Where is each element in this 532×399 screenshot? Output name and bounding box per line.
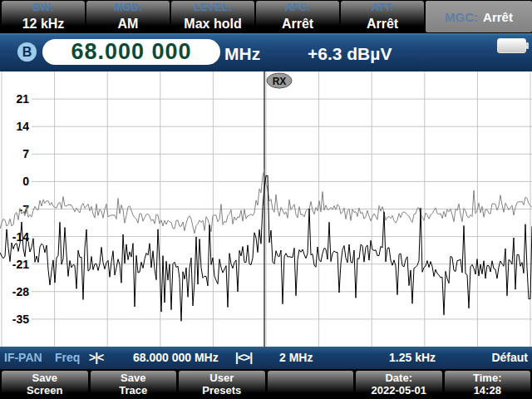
user-presets-button[interactable]: User Presets bbox=[179, 371, 265, 397]
date-button[interactable]: Date: 2022-05-01 bbox=[356, 371, 442, 397]
level-readout: +6.3 dBµV bbox=[308, 44, 392, 64]
setting-label: AFC: bbox=[284, 2, 310, 13]
setting-value: Max hold bbox=[184, 17, 241, 31]
setting-value: Arrêt bbox=[367, 17, 398, 31]
center-freq-value[interactable]: 68.000 000 MHz bbox=[133, 351, 219, 364]
empty-softkey[interactable] bbox=[268, 371, 354, 397]
frequency-input[interactable]: 68.000 000 bbox=[42, 39, 220, 65]
save-screen-button[interactable]: Save Screen bbox=[2, 371, 88, 397]
freq-menu-label[interactable]: Freq bbox=[55, 351, 80, 364]
setting-afc[interactable]: AFC: Arrêt bbox=[256, 1, 339, 32]
span-icon: |<>| bbox=[235, 351, 252, 364]
softkey-line: Presets bbox=[202, 384, 241, 397]
y-axis-label: -28 bbox=[12, 285, 29, 298]
ifpan-status-bar: IF-PAN Freq >|< 68.000 000 MHz |<>| 2 MH… bbox=[0, 347, 532, 369]
setting-label: ATT: bbox=[371, 2, 393, 13]
setting-value: 12 kHz bbox=[22, 17, 65, 31]
softkey-bar: Save Screen Save Trace User Presets Date… bbox=[0, 369, 532, 399]
frequency-unit: MHz bbox=[224, 44, 260, 64]
softkey-line: Trace bbox=[119, 384, 147, 397]
spectrum-plot[interactable]: 211470-7-14-21-28-35RX bbox=[0, 71, 532, 347]
softkey-line: Screen bbox=[27, 384, 62, 397]
setting-value: Arrêt bbox=[483, 10, 513, 24]
y-axis-label: 21 bbox=[16, 92, 29, 106]
battery-icon bbox=[497, 38, 526, 53]
ifpan-mode-label: IF-PAN bbox=[4, 351, 42, 364]
setting-mod[interactable]: MOD: AM bbox=[86, 1, 170, 32]
preset-value[interactable]: Défaut bbox=[491, 351, 528, 364]
time-button[interactable]: Time: 14:28 bbox=[445, 371, 531, 397]
zoom-in-icon: >|< bbox=[89, 351, 103, 364]
setting-label: MGC: bbox=[445, 10, 478, 24]
setting-value: Arrêt bbox=[282, 17, 313, 31]
y-axis-label: -21 bbox=[12, 258, 29, 271]
top-settings-bar: BW: 12 kHz MOD: AM LEVEL: Max hold AFC: … bbox=[0, 0, 532, 33]
softkey-line: Time: bbox=[473, 372, 501, 384]
receiver-screen: BW: 12 kHz MOD: AM LEVEL: Max hold AFC: … bbox=[0, 0, 532, 399]
y-axis-label: 14 bbox=[16, 120, 29, 133]
setting-label: MOD: bbox=[114, 2, 143, 13]
setting-att[interactable]: ATT: Arrêt bbox=[341, 1, 424, 32]
softkey-line: 14:28 bbox=[474, 384, 501, 397]
save-trace-button[interactable]: Save Trace bbox=[91, 371, 177, 397]
y-axis-label: 7 bbox=[22, 147, 29, 160]
softkey-line: User bbox=[209, 372, 234, 384]
rbw-value[interactable]: 1.25 kHz bbox=[389, 351, 436, 364]
softkey-line: 2022-05-01 bbox=[372, 384, 427, 397]
setting-bw[interactable]: BW: 12 kHz bbox=[2, 1, 85, 32]
frequency-bar: B 68.000 000 MHz +6.3 dBµV bbox=[0, 33, 532, 71]
setting-label: LEVEL: bbox=[194, 2, 232, 13]
y-axis-label: 0 bbox=[22, 175, 29, 188]
softkey-line: Save bbox=[32, 372, 57, 384]
channel-badge: B bbox=[17, 42, 37, 62]
spectrum-display: 211470-7-14-21-28-35RX bbox=[0, 71, 532, 347]
softkey-line: Save bbox=[121, 372, 145, 384]
setting-label: BW: bbox=[32, 2, 54, 13]
battery-nub bbox=[526, 42, 529, 49]
setting-value: AM bbox=[118, 17, 139, 31]
softkey-line: Date: bbox=[385, 372, 412, 384]
setting-mgc[interactable]: MGC: Arrêt bbox=[426, 1, 532, 32]
span-value[interactable]: 2 MHz bbox=[279, 351, 313, 364]
setting-level[interactable]: LEVEL: Max hold bbox=[171, 1, 254, 32]
rx-marker-label: RX bbox=[273, 76, 287, 87]
y-axis-label: -35 bbox=[12, 313, 29, 326]
